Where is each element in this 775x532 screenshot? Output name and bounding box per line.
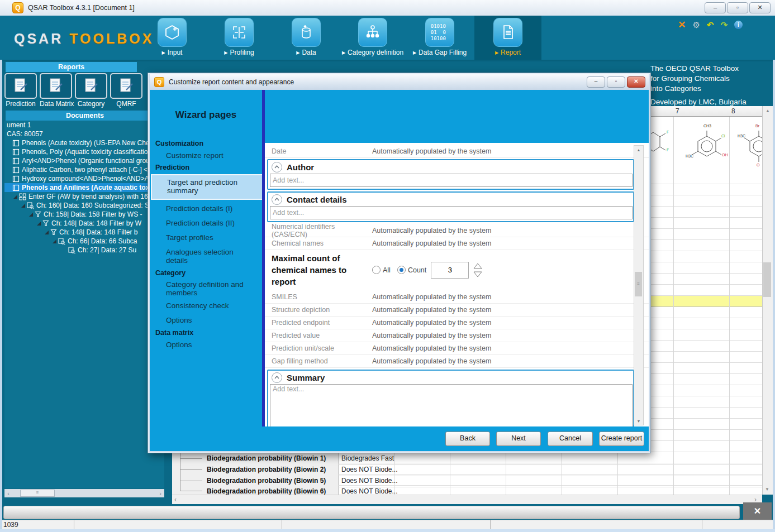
expand-triangle-icon[interactable] bbox=[37, 222, 41, 226]
subcategorize-icon bbox=[27, 202, 34, 209]
dialog-scrollbar-thumb[interactable]: ≡ bbox=[635, 272, 642, 296]
wizard-item-prediction-details-1[interactable]: Prediction details (I) bbox=[150, 204, 262, 213]
tree-item-selected[interactable]: Phenols and Anilines (Acute aquatic toxi bbox=[4, 183, 164, 192]
scrollbar-thumb[interactable]: ≡ bbox=[20, 490, 55, 497]
collapse-author-button[interactable] bbox=[272, 162, 282, 172]
scroll-up-icon[interactable]: ▲ bbox=[634, 146, 643, 152]
matrix-row-label[interactable]: Biodegradation probability (Biowin 5) bbox=[207, 477, 326, 485]
tree-item-subcategorized[interactable]: Ch: 66| Data: 66 Subca bbox=[4, 237, 164, 246]
minimize-button[interactable]: – bbox=[705, 2, 726, 13]
back-button[interactable]: Back bbox=[445, 432, 490, 446]
wizard-item-category-options[interactable]: Options bbox=[150, 316, 262, 324]
nav-report[interactable]: ▶Report bbox=[474, 16, 541, 60]
wizard-item-customize-report[interactable]: Customize report bbox=[150, 151, 262, 160]
expand-triangle-icon[interactable] bbox=[53, 239, 56, 243]
expand-triangle-icon[interactable] bbox=[45, 231, 49, 234]
wizard-item-consistency-check[interactable]: Consistency check bbox=[150, 301, 262, 310]
tree-item-filter[interactable]: Ch: 148| Data: 148 Filter b bbox=[4, 228, 164, 237]
expand-triangle-icon[interactable] bbox=[21, 204, 25, 208]
matrix-cell-value[interactable]: Does NOT Biode... bbox=[341, 477, 398, 485]
cancel-button[interactable]: Cancel bbox=[548, 432, 593, 446]
matrix-vertical-scrollbar[interactable]: ▲ bbox=[762, 106, 773, 495]
hierarchy-tree-icon bbox=[358, 18, 387, 47]
doc-window-icon bbox=[12, 157, 20, 165]
nav-category-definition[interactable]: ▶Category definition bbox=[339, 16, 406, 60]
tree-item-filter[interactable]: Ch: 158| Data: 158 Filter by WS - bbox=[4, 210, 164, 219]
gear-icon[interactable]: ⚙ bbox=[692, 20, 700, 30]
undo-icon[interactable]: ↶ bbox=[707, 20, 714, 30]
cancel-session-icon[interactable]: ✕ bbox=[678, 19, 686, 31]
dialog-close-button[interactable]: ✕ bbox=[627, 76, 645, 88]
dialog-vertical-scrollbar[interactable]: ▲ ≡ ▼ bbox=[634, 145, 644, 425]
tree-item-gapfill[interactable]: Enter GF (AW by trend analysis) with 162 bbox=[4, 192, 164, 201]
tree-item-document[interactable]: ument 1 bbox=[4, 121, 164, 130]
tree-item-filter[interactable]: Ch: 148| Data: 148 Filter by W bbox=[4, 219, 164, 228]
matrix-row-label[interactable]: Biodegradation probability (Biowin 1) bbox=[207, 454, 326, 462]
report-button-category[interactable]: Category bbox=[75, 73, 107, 108]
wizard-item-category-definition[interactable]: Category definition and members bbox=[150, 280, 250, 297]
scroll-down-icon[interactable]: ▼ bbox=[763, 487, 771, 493]
nav-input[interactable]: ▶Input bbox=[139, 16, 206, 60]
radio-count-label[interactable]: Count bbox=[408, 266, 426, 274]
matrix-row-label[interactable]: Biodegradation probability (Biowin 2) bbox=[207, 466, 326, 473]
matrix-cell-value[interactable]: Biodegrades Fast bbox=[341, 454, 394, 462]
tree-item-subcategorized[interactable]: Ch: 160| Data: 160 Subcategorized: S bbox=[4, 201, 164, 210]
radio-all-label[interactable]: All bbox=[383, 266, 391, 274]
tree-item-profile[interactable]: Aliphatic Carbon, two phenyl attach [-C-… bbox=[4, 165, 164, 174]
tree-item-profile[interactable]: Phenols (Acute toxicity) (US-EPA New Che… bbox=[4, 138, 164, 147]
close-button[interactable]: ✕ bbox=[749, 2, 771, 13]
expand-triangle-icon[interactable] bbox=[13, 195, 17, 199]
tree-item-subcategorized[interactable]: Ch: 27| Data: 27 Su bbox=[4, 246, 164, 255]
scroll-left-icon[interactable]: ‹ bbox=[174, 496, 177, 504]
documents-horizontal-scrollbar[interactable]: ‹ ≡ › bbox=[4, 489, 164, 497]
wizard-item-target-profiles[interactable]: Target profiles bbox=[150, 233, 262, 242]
wizard-item-prediction-details-2[interactable]: Prediction details (II) bbox=[150, 219, 262, 227]
maximize-button[interactable]: ▫ bbox=[727, 2, 748, 13]
wizard-item-analogues-selection[interactable]: Analogues selection details bbox=[150, 248, 250, 265]
count-spinner[interactable] bbox=[473, 263, 482, 277]
contact-details-input[interactable] bbox=[270, 206, 633, 219]
info-icon[interactable]: i bbox=[734, 21, 743, 29]
column-header-7[interactable]: 7 bbox=[676, 107, 679, 115]
next-button[interactable]: Next bbox=[496, 432, 541, 446]
matrix-horizontal-scrollbar[interactable]: ‹ › bbox=[172, 495, 762, 504]
scroll-left-icon[interactable]: ‹ bbox=[4, 490, 12, 497]
author-input[interactable] bbox=[270, 174, 633, 187]
report-button-prediction[interactable]: Prediction bbox=[4, 73, 37, 108]
nav-profiling[interactable]: ▶Profiling bbox=[206, 16, 273, 60]
wizard-item-target-prediction-summary[interactable]: Target and prediction summary bbox=[151, 174, 263, 200]
redo-icon[interactable]: ↷ bbox=[720, 20, 728, 30]
tree-item-cas[interactable]: CAS: 80057 bbox=[4, 130, 164, 138]
wizard-section-customization: Customization bbox=[150, 140, 262, 147]
tree-item-profile[interactable]: Phenols, Poly (Aquatic toxicity classifi… bbox=[4, 147, 164, 156]
create-report-button[interactable]: Create report bbox=[599, 432, 644, 446]
nav-data[interactable]: ▶Data bbox=[273, 16, 340, 60]
report-button-qmrf[interactable]: QMRF bbox=[110, 73, 142, 108]
radio-count[interactable] bbox=[397, 266, 406, 274]
column-header-8[interactable]: 8 bbox=[731, 107, 735, 115]
scroll-right-icon[interactable]: › bbox=[156, 490, 164, 497]
window-horizontal-scrollbar[interactable] bbox=[3, 506, 740, 519]
dialog-minimize-button[interactable]: – bbox=[587, 76, 605, 88]
matrix-scrollbar-thumb[interactable] bbox=[763, 262, 771, 297]
nav-arrow-icon: ▶ bbox=[495, 50, 498, 55]
wizard-item-data-matrix-options[interactable]: Options bbox=[150, 341, 262, 349]
scroll-up-icon[interactable]: ▲ bbox=[763, 106, 773, 113]
radio-all[interactable] bbox=[372, 266, 381, 274]
matrix-row-label[interactable]: Biodegradation probability (Biowin 6) bbox=[207, 487, 326, 495]
collapse-summary-button[interactable] bbox=[272, 372, 282, 383]
collapse-contact-button[interactable] bbox=[272, 194, 282, 205]
matrix-cell-value[interactable]: Does NOT Biode... bbox=[341, 466, 398, 473]
tree-item-profile[interactable]: Aryl<AND>Phenol (Organic functional grou bbox=[4, 156, 164, 165]
scroll-down-icon[interactable]: ▼ bbox=[634, 419, 643, 423]
dialog-maximize-button[interactable]: ▫ bbox=[607, 76, 625, 88]
nav-data-gap-filling[interactable]: 0101001 010100 ▶Data Gap Filling bbox=[406, 16, 473, 60]
close-panel-button[interactable]: ✕ bbox=[743, 502, 772, 520]
expand-triangle-icon[interactable] bbox=[29, 213, 33, 217]
matrix-cell-value[interactable]: Does NOT Biode... bbox=[341, 487, 398, 495]
report-button-data-matrix[interactable]: Data Matrix bbox=[40, 73, 72, 108]
count-input[interactable] bbox=[431, 262, 469, 279]
summary-textarea[interactable] bbox=[270, 384, 633, 426]
tree-item-profile[interactable]: Hydroxy compound<AND>Phenol<AND>A bbox=[4, 174, 164, 183]
app-window: { "window": { "title": "QSAR Toolbox 4.3… bbox=[0, 0, 775, 532]
